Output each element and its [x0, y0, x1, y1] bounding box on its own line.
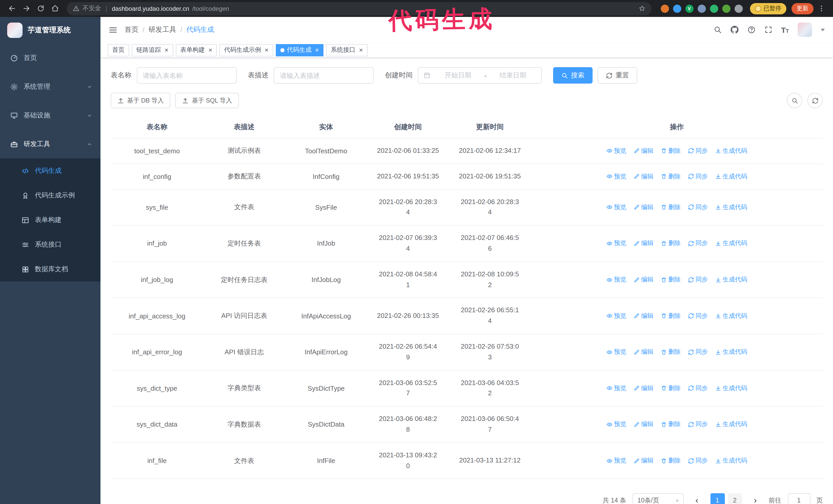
- people-extension-icon[interactable]: [697, 4, 706, 13]
- drop-extension-icon[interactable]: [673, 4, 681, 13]
- eye-action-link[interactable]: 预览: [606, 420, 626, 429]
- browser-reload-button[interactable]: [34, 2, 47, 15]
- close-icon[interactable]: ×: [359, 47, 363, 53]
- download-action-link[interactable]: 生成代码: [715, 203, 747, 212]
- sync-action-link[interactable]: 同步: [688, 172, 708, 181]
- download-action-link[interactable]: 生成代码: [715, 147, 747, 155]
- download-action-link[interactable]: 生成代码: [715, 348, 747, 357]
- eye-action-link[interactable]: 预览: [606, 311, 626, 320]
- close-icon[interactable]: ×: [315, 47, 319, 53]
- goto-page-input[interactable]: [788, 494, 810, 504]
- sync-action-link[interactable]: 同步: [688, 275, 708, 284]
- sidebar-item-5[interactable]: 代码生成: [0, 159, 100, 183]
- browser-home-button[interactable]: [48, 2, 62, 15]
- date-end-placeholder[interactable]: 结束日期: [490, 71, 536, 80]
- download-action-link[interactable]: 生成代码: [715, 384, 747, 393]
- refresh-table-button[interactable]: [807, 93, 823, 108]
- close-icon[interactable]: ×: [264, 47, 268, 53]
- sidebar-item-6[interactable]: 代码生成示例: [0, 183, 100, 208]
- eye-action-link[interactable]: 预览: [606, 456, 626, 465]
- sync-action-link[interactable]: 同步: [688, 239, 708, 248]
- app-logo[interactable]: 芋道管理系统: [0, 17, 100, 44]
- sidebar-item-9[interactable]: 数据库文档: [0, 257, 100, 282]
- address-bar[interactable]: 不安全 | dashboard.yudao.iocoder.cn/tool/co…: [67, 2, 651, 15]
- eye-action-link[interactable]: 预览: [606, 348, 626, 357]
- download-action-link[interactable]: 生成代码: [715, 456, 747, 465]
- edit-action-link[interactable]: 编辑: [634, 239, 653, 248]
- table-desc-input[interactable]: [274, 67, 374, 83]
- sync-action-link[interactable]: 同步: [688, 456, 708, 465]
- eye-action-link[interactable]: 预览: [606, 239, 626, 248]
- delete-action-link[interactable]: 删除: [661, 203, 681, 212]
- date-start-placeholder[interactable]: 开始日期: [435, 71, 481, 80]
- next-page-button[interactable]: ›: [748, 494, 763, 504]
- leaf-extension-icon[interactable]: [722, 4, 730, 13]
- tab-1[interactable]: 首页: [108, 44, 129, 56]
- bookmark-star-icon[interactable]: [639, 5, 645, 12]
- fullscreen-icon[interactable]: [764, 26, 772, 34]
- import-sql-button[interactable]: 基于 SQL 导入: [175, 93, 239, 108]
- font-size-icon[interactable]: TT: [781, 26, 789, 33]
- edit-action-link[interactable]: 编辑: [634, 420, 653, 429]
- eye-action-link[interactable]: 预览: [606, 147, 626, 155]
- delete-action-link[interactable]: 删除: [661, 384, 681, 393]
- edit-action-link[interactable]: 编辑: [634, 203, 653, 212]
- delete-action-link[interactable]: 删除: [661, 456, 681, 465]
- fox-extension-icon[interactable]: [661, 4, 669, 13]
- date-range-picker[interactable]: 开始日期 - 结束日期: [418, 67, 542, 83]
- page-size-select[interactable]: 10条/页 ▾: [632, 494, 684, 504]
- sidebar-item-3[interactable]: 基础设施: [0, 101, 100, 130]
- tab-3[interactable]: 表单构建×: [175, 44, 217, 56]
- wallet-extension-icon[interactable]: [710, 4, 718, 13]
- user-avatar[interactable]: [798, 23, 812, 37]
- puzzle-extension-icon[interactable]: [734, 4, 742, 13]
- sidebar-item-7[interactable]: 表单构建: [0, 208, 100, 232]
- delete-action-link[interactable]: 删除: [661, 147, 681, 155]
- tab-2[interactable]: 链路追踪×: [132, 44, 173, 56]
- eye-action-link[interactable]: 预览: [606, 275, 626, 284]
- edit-action-link[interactable]: 编辑: [634, 384, 653, 393]
- edit-action-link[interactable]: 编辑: [634, 348, 653, 357]
- sidebar-item-2[interactable]: 系统管理: [0, 72, 100, 101]
- help-icon[interactable]: [747, 26, 755, 34]
- delete-action-link[interactable]: 删除: [661, 420, 681, 429]
- edit-action-link[interactable]: 编辑: [634, 275, 653, 284]
- search-icon[interactable]: [713, 26, 721, 34]
- sidebar-item-4[interactable]: 研发工具: [0, 130, 100, 159]
- profile-paused-badge[interactable]: 已暂停: [750, 3, 786, 14]
- delete-action-link[interactable]: 删除: [661, 275, 681, 284]
- sync-action-link[interactable]: 同步: [688, 311, 708, 320]
- page-button-2[interactable]: 2: [728, 494, 742, 504]
- eye-action-link[interactable]: 预览: [606, 203, 626, 212]
- download-action-link[interactable]: 生成代码: [715, 275, 747, 284]
- delete-action-link[interactable]: 删除: [661, 239, 681, 248]
- page-button-1[interactable]: 1: [710, 494, 724, 504]
- browser-forward-button[interactable]: [20, 2, 33, 15]
- download-action-link[interactable]: 生成代码: [715, 239, 747, 248]
- table-name-input[interactable]: [137, 67, 237, 83]
- close-icon[interactable]: ×: [208, 47, 212, 53]
- avatar-caret-icon[interactable]: [821, 28, 825, 31]
- github-icon[interactable]: [730, 26, 738, 34]
- download-action-link[interactable]: 生成代码: [715, 311, 747, 320]
- sync-action-link[interactable]: 同步: [688, 384, 708, 393]
- v-extension-icon[interactable]: V: [685, 4, 693, 13]
- download-action-link[interactable]: 生成代码: [715, 420, 747, 429]
- browser-menu-button[interactable]: [814, 2, 828, 15]
- breadcrumb-item-2[interactable]: 研发工具: [149, 25, 176, 34]
- reset-button[interactable]: 重置: [598, 67, 637, 83]
- eye-action-link[interactable]: 预览: [606, 384, 626, 393]
- sidebar-toggle-button[interactable]: [109, 25, 117, 34]
- security-label[interactable]: 不安全: [82, 4, 101, 13]
- search-button[interactable]: 搜索: [553, 67, 593, 83]
- tab-4[interactable]: 代码生成示例×: [219, 44, 273, 56]
- browser-update-button[interactable]: 更新: [791, 3, 813, 14]
- tab-5[interactable]: 代码生成×: [276, 44, 324, 56]
- delete-action-link[interactable]: 删除: [661, 172, 681, 181]
- edit-action-link[interactable]: 编辑: [634, 311, 653, 320]
- prev-page-button[interactable]: ‹: [690, 494, 704, 504]
- edit-action-link[interactable]: 编辑: [634, 172, 653, 181]
- sidebar-item-8[interactable]: 系统接口: [0, 232, 100, 257]
- sync-action-link[interactable]: 同步: [688, 348, 708, 357]
- toggle-search-button[interactable]: [787, 93, 802, 108]
